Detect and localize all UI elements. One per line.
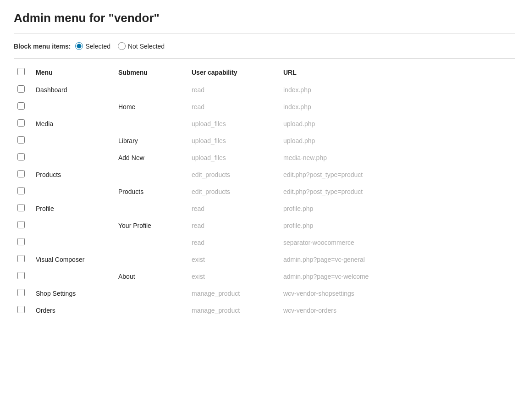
row-checkbox[interactable] (17, 272, 25, 279)
row-submenu: Home (115, 98, 188, 115)
radio-not-selected-input[interactable] (118, 42, 126, 50)
row-menu: Visual Composer (32, 251, 115, 268)
row-url: edit.php?post_type=product (280, 183, 515, 200)
col-header-url: URL (280, 63, 515, 81)
row-checkbox[interactable] (17, 221, 25, 228)
block-menu-label: Block menu items: (14, 43, 71, 50)
row-capability: read (188, 98, 280, 115)
row-menu (32, 183, 115, 200)
row-checkbox-cell (14, 115, 32, 132)
row-checkbox-cell (14, 149, 32, 166)
row-submenu: Products (115, 183, 188, 200)
row-capability: upload_files (188, 132, 280, 149)
row-checkbox[interactable] (17, 306, 25, 313)
row-checkbox[interactable] (17, 153, 25, 160)
menu-table: Menu Submenu User capability URL Dashboa… (14, 63, 515, 319)
table-row: Libraryupload_filesupload.php (14, 132, 515, 149)
row-capability: exist (188, 268, 280, 285)
row-checkbox[interactable] (17, 119, 25, 127)
row-submenu (115, 251, 188, 268)
row-url: index.php (280, 98, 515, 115)
row-submenu: Add New (115, 149, 188, 166)
table-row: Mediaupload_filesupload.php (14, 115, 515, 132)
row-url: profile.php (280, 200, 515, 217)
row-menu (32, 132, 115, 149)
page-title: Admin menu for "vendor" (14, 11, 515, 34)
table-row: Homereadindex.php (14, 98, 515, 115)
table-header-row: Menu Submenu User capability URL (14, 63, 515, 81)
row-url: edit.php?post_type=product (280, 166, 515, 183)
row-checkbox-cell (14, 183, 32, 200)
page-wrapper: Admin menu for "vendor" Block menu items… (0, 0, 529, 420)
row-menu: Orders (32, 302, 115, 319)
table-row: Add Newupload_filesmedia-new.php (14, 149, 515, 166)
row-url: index.php (280, 81, 515, 98)
row-checkbox[interactable] (17, 102, 25, 110)
row-submenu (115, 81, 188, 98)
row-checkbox-cell (14, 251, 32, 268)
row-checkbox-cell (14, 234, 32, 251)
row-checkbox-cell (14, 302, 32, 319)
row-url: separator-woocommerce (280, 234, 515, 251)
row-menu: Shop Settings (32, 285, 115, 302)
row-checkbox-cell (14, 81, 32, 98)
row-menu: Media (32, 115, 115, 132)
table-row: Dashboardreadindex.php (14, 81, 515, 98)
row-checkbox[interactable] (17, 187, 25, 194)
row-capability: exist (188, 251, 280, 268)
row-checkbox[interactable] (17, 289, 25, 296)
row-url: profile.php (280, 217, 515, 234)
table-row: Aboutexistadmin.php?page=vc-welcome (14, 268, 515, 285)
row-submenu (115, 285, 188, 302)
row-checkbox[interactable] (17, 136, 25, 144)
table-row: Visual Composerexistadmin.php?page=vc-ge… (14, 251, 515, 268)
row-submenu: Library (115, 132, 188, 149)
row-checkbox[interactable] (17, 238, 25, 245)
table-row: Profilereadprofile.php (14, 200, 515, 217)
table-row: Productsedit_productsedit.php?post_type=… (14, 183, 515, 200)
radio-selected-input[interactable] (75, 42, 83, 50)
row-capability: upload_files (188, 149, 280, 166)
col-header-capability: User capability (188, 63, 280, 81)
row-capability: manage_product (188, 302, 280, 319)
row-url: admin.php?page=vc-welcome (280, 268, 515, 285)
row-menu (32, 149, 115, 166)
row-checkbox-cell (14, 217, 32, 234)
radio-not-selected-label: Not Selected (128, 43, 165, 50)
col-header-submenu: Submenu (115, 63, 188, 81)
row-capability: read (188, 81, 280, 98)
radio-group: Selected Not Selected (75, 42, 165, 50)
row-url: media-new.php (280, 149, 515, 166)
row-capability: read (188, 217, 280, 234)
table-row: readseparator-woocommerce (14, 234, 515, 251)
row-url: upload.php (280, 132, 515, 149)
row-checkbox[interactable] (17, 204, 25, 211)
row-menu: Profile (32, 200, 115, 217)
row-checkbox[interactable] (17, 255, 25, 262)
row-menu (32, 98, 115, 115)
table-row: Productsedit_productsedit.php?post_type=… (14, 166, 515, 183)
row-checkbox[interactable] (17, 170, 25, 177)
row-menu (32, 234, 115, 251)
radio-selected[interactable]: Selected (75, 42, 110, 50)
row-menu: Products (32, 166, 115, 183)
row-menu: Dashboard (32, 81, 115, 98)
row-submenu (115, 200, 188, 217)
radio-selected-label: Selected (85, 43, 110, 50)
row-checkbox[interactable] (17, 85, 25, 93)
row-submenu: About (115, 268, 188, 285)
row-checkbox-cell (14, 166, 32, 183)
block-menu-row: Block menu items: Selected Not Selected (14, 42, 515, 59)
row-url: upload.php (280, 115, 515, 132)
row-menu (32, 268, 115, 285)
row-submenu (115, 115, 188, 132)
row-submenu (115, 302, 188, 319)
select-all-checkbox[interactable] (17, 68, 25, 75)
table-row: Your Profilereadprofile.php (14, 217, 515, 234)
radio-not-selected[interactable]: Not Selected (118, 42, 165, 50)
row-checkbox-cell (14, 132, 32, 149)
col-header-checkbox (14, 63, 32, 81)
row-capability: manage_product (188, 285, 280, 302)
row-capability: upload_files (188, 115, 280, 132)
row-url: wcv-vendor-shopsettings (280, 285, 515, 302)
